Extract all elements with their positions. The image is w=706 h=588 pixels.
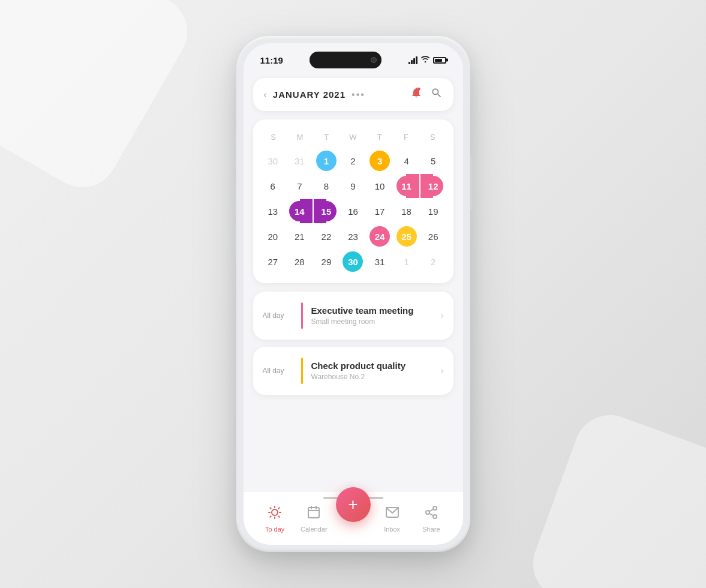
event-2-location: Warehouse No.2 <box>311 373 441 381</box>
cal-day[interactable]: 31 <box>287 149 313 173</box>
notification-bell-icon[interactable] <box>410 86 422 103</box>
weekday-fri: F <box>393 130 419 144</box>
svg-line-8 <box>270 516 271 517</box>
event-1-title: Executive team meeting <box>311 305 441 316</box>
cal-day[interactable]: 30 <box>260 149 286 173</box>
battery-fill <box>435 59 442 62</box>
inbox-icon <box>385 505 399 523</box>
cal-day-14[interactable]: 14 <box>287 199 313 223</box>
svg-line-6 <box>270 508 271 508</box>
cal-day[interactable]: 10 <box>367 174 393 198</box>
cal-day[interactable]: 31 <box>367 250 393 274</box>
nav-items: To day Calendar + <box>244 505 463 533</box>
status-bar: 11:19 <box>244 43 463 73</box>
share-icon <box>424 505 438 523</box>
event-2-divider <box>301 358 303 384</box>
prev-month-button[interactable]: ‹ <box>264 89 267 100</box>
cal-day-11[interactable]: 11 <box>393 174 419 198</box>
nav-calendar[interactable]: Calendar <box>296 505 332 533</box>
cal-day[interactable]: 26 <box>420 224 446 248</box>
inbox-label: Inbox <box>384 526 400 533</box>
cal-day[interactable]: 13 <box>260 199 286 223</box>
search-icon[interactable] <box>431 87 443 102</box>
calendar-weekdays: S M T W T F S <box>260 130 446 144</box>
nav-share[interactable]: Share <box>413 505 449 533</box>
more-options-button[interactable]: ••• <box>352 89 365 100</box>
signal-bars-icon <box>408 56 417 64</box>
cal-day-24[interactable]: 24 <box>367 224 393 248</box>
cal-day[interactable]: 8 <box>314 174 340 198</box>
header-left: ‹ JANUARY 2021 ••• <box>264 89 365 100</box>
signal-bar-4 <box>416 56 417 64</box>
cal-day[interactable]: 29 <box>314 250 340 274</box>
event-1-time: All day <box>263 311 293 320</box>
weekday-sat: S <box>419 130 446 144</box>
wifi-icon <box>420 55 430 65</box>
svg-line-9 <box>278 508 279 508</box>
event-1-location: Small meeting room <box>311 317 441 326</box>
battery-icon <box>433 57 446 64</box>
svg-point-1 <box>272 509 278 515</box>
cal-day[interactable]: 18 <box>393 199 419 223</box>
today-icon <box>268 505 282 523</box>
calendar-card: S M T W T F S 30 31 1 2 3 4 5 <box>253 119 453 283</box>
weekday-mon: M <box>287 130 313 144</box>
header-right <box>410 86 443 103</box>
cal-day[interactable]: 28 <box>287 250 313 274</box>
cal-day[interactable]: 9 <box>340 174 366 198</box>
cal-day[interactable]: 17 <box>367 199 393 223</box>
cal-day-25[interactable]: 25 <box>393 224 419 248</box>
event-1-divider <box>301 302 303 329</box>
phone-frame: 11:19 <box>236 36 470 552</box>
event-2-info: Check product quality Warehouse No.2 <box>311 361 441 381</box>
cal-day[interactable]: 20 <box>260 224 286 248</box>
cal-day[interactable]: 2 <box>340 149 366 173</box>
cal-day[interactable]: 22 <box>314 224 340 248</box>
weekday-tue: T <box>313 130 340 144</box>
weekday-sun: S <box>260 130 287 144</box>
svg-line-19 <box>429 509 433 512</box>
signal-bar-2 <box>411 60 413 64</box>
status-icons <box>408 55 446 65</box>
cal-day[interactable]: 2 <box>420 250 446 274</box>
svg-line-7 <box>278 516 279 517</box>
event-2-chevron-icon[interactable]: › <box>440 365 443 376</box>
nav-inbox[interactable]: Inbox <box>374 505 410 533</box>
cal-day-1[interactable]: 1 <box>314 149 340 173</box>
cal-day[interactable]: 1 <box>393 250 419 274</box>
weekday-wed: W <box>340 130 366 144</box>
status-time: 11:19 <box>260 55 283 65</box>
cal-day[interactable]: 21 <box>287 224 313 248</box>
header-card: ‹ JANUARY 2021 ••• <box>253 78 453 111</box>
phone-screen: 11:19 <box>244 43 463 545</box>
event-2-time: All day <box>263 367 293 375</box>
event-card-2[interactable]: All day Check product quality Warehouse … <box>253 347 453 395</box>
nav-today[interactable]: To day <box>257 505 293 533</box>
cal-day[interactable]: 4 <box>393 149 419 173</box>
calendar-icon <box>307 505 321 523</box>
event-1-info: Executive team meeting Small meeting roo… <box>311 305 441 326</box>
scroll-content[interactable]: ‹ JANUARY 2021 ••• <box>244 73 463 492</box>
signal-bar-3 <box>413 58 415 64</box>
month-year-label: JANUARY 2021 <box>273 89 346 100</box>
svg-point-0 <box>417 88 420 91</box>
cal-day[interactable]: 27 <box>260 250 286 274</box>
cal-day[interactable]: 16 <box>340 199 366 223</box>
weekday-thu: T <box>366 130 393 144</box>
event-2-title: Check product quality <box>311 361 441 371</box>
cal-day-12[interactable]: 12 <box>420 174 446 198</box>
cal-day-3[interactable]: 3 <box>367 149 393 173</box>
cal-day[interactable]: 5 <box>420 149 446 173</box>
today-label: To day <box>265 526 284 533</box>
calendar-grid: 30 31 1 2 3 4 5 6 7 8 9 10 11 12 13 <box>260 149 446 274</box>
cal-day-15[interactable]: 15 <box>314 199 340 223</box>
cal-day[interactable]: 6 <box>260 174 286 198</box>
cal-day[interactable]: 19 <box>420 199 446 223</box>
add-event-button[interactable]: + <box>336 487 371 522</box>
event-1-chevron-icon[interactable]: › <box>440 310 443 321</box>
cal-day-30[interactable]: 30 <box>340 250 366 274</box>
share-label: Share <box>422 526 440 533</box>
cal-day[interactable]: 23 <box>340 224 366 248</box>
cal-day[interactable]: 7 <box>287 174 313 198</box>
event-card-1[interactable]: All day Executive team meeting Small mee… <box>253 292 453 340</box>
